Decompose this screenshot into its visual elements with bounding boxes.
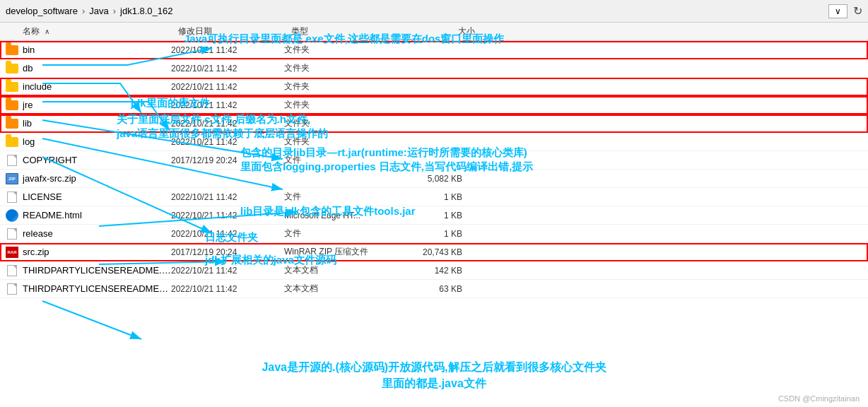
file-date-readme: 2022/10/21 11:42 [171,211,284,220]
file-type-log: 文件夹 [284,136,397,148]
file-name-db: db [23,63,171,73]
file-size-javafx: 5,082 KB [397,174,468,184]
file-type-db: 文件夹 [284,62,397,74]
refresh-button[interactable]: ↻ [853,4,862,18]
file-date-lib: 2022/10/21 11:42 [171,119,284,129]
file-size-readme: 1 KB [397,211,468,220]
breadcrumb-part-3[interactable]: jdk1.8.0_162 [120,6,172,16]
file-name-javafx: javafx-src.zip [23,173,171,184]
col-header-size[interactable]: 大小 [404,25,475,37]
ann-bottom: Java是开源的.(核心源码)开放源代码,解压之后就看到很多核心文件夹 里面的都… [0,360,868,391]
file-size-release: 1 KB [397,229,468,239]
file-name-release: release [23,228,171,239]
file-list: bin 2022/10/21 11:42 文件夹 db 2022/10/21 1… [0,41,868,298]
file-row-thirdparty1[interactable]: THIRDPARTYLICENSEREADME.txt 2022/10/21 1… [0,261,868,280]
file-date-log: 2022/10/21 11:42 [171,137,284,147]
file-date-jre: 2022/10/21 11:42 [171,100,284,110]
file-type-srczip: WinRAR ZIP 压缩文件 [284,246,397,258]
file-icon-thirdparty1 [6,264,18,277]
file-date-db: 2022/10/21 11:42 [171,64,284,73]
ann-bottom-line2: 里面的都是.java文件 [382,377,486,389]
file-name-copyright: COPYRIGHT [23,155,171,165]
folder-icon-include [6,81,18,93]
file-name-jre: jre [23,100,171,110]
file-icon-copyright [6,154,18,167]
file-icon-javafx: ZIP [6,172,18,185]
file-name-thirdparty2: THIRDPARTYLICENSEREADME-JAVAFX.txt [23,283,171,294]
file-row-include[interactable]: include 2022/10/21 11:42 文件夹 [0,78,868,96]
file-row-jre[interactable]: jre 2022/10/21 11:42 文件夹 [0,96,868,114]
file-type-bin: 文件夹 [284,44,397,56]
file-type-copyright: 文件 [284,154,397,166]
file-row-bin[interactable]: bin 2022/10/21 11:42 文件夹 [0,41,868,59]
breadcrumb-part-1[interactable]: develop_software [6,6,78,16]
file-row-javafx[interactable]: ZIP javafx-src.zip 5,082 KB [0,170,868,188]
folder-icon-bin [6,44,18,57]
file-row-lib[interactable]: lib 2022/10/21 11:42 文件夹 [0,114,868,133]
file-icon-readme [6,209,18,222]
watermark: CSDN @Cmingzitainan [778,394,860,403]
file-size-license: 1 KB [397,192,468,202]
folder-icon-log [6,136,18,148]
file-date-copyright: 2017/12/19 20:24 [171,155,284,165]
file-name-readme: README.html [23,210,171,220]
file-name-lib: lib [23,118,171,129]
folder-icon-lib [6,117,18,130]
file-row-srczip[interactable]: RAR src.zip 2017/12/19 20:24 WinRAR ZIP … [0,243,868,261]
folder-icon-jre [6,99,18,112]
file-date-bin: 2022/10/21 11:42 [171,45,284,55]
file-date-srczip: 2017/12/19 20:24 [171,247,284,257]
file-name-bin: bin [23,45,171,55]
dropdown-button[interactable]: ∨ [828,4,848,18]
file-date-include: 2022/10/21 11:42 [171,82,284,92]
file-row-release[interactable]: release 2022/10/21 11:42 文件 1 KB [0,225,868,243]
file-type-jre: 文件夹 [284,99,397,111]
file-type-include: 文件夹 [284,81,397,93]
file-type-thirdparty2: 文本文档 [284,283,397,295]
file-name-license: LICENSE [23,191,171,202]
file-type-license: 文件 [284,191,397,203]
file-date-license: 2022/10/21 11:42 [171,192,284,202]
file-size-srczip: 20,743 KB [397,247,468,257]
col-header-date[interactable]: 修改日期 [178,25,291,37]
breadcrumb-part-2[interactable]: Java [89,6,108,16]
file-size-thirdparty1: 142 KB [397,266,468,276]
file-row-copyright[interactable]: COPYRIGHT 2017/12/19 20:24 文件 [0,151,868,170]
file-size-thirdparty2: 63 KB [397,284,468,294]
file-date-release: 2022/10/21 11:42 [171,229,284,239]
breadcrumb-controls: ∨ ↻ [828,4,862,18]
file-type-thirdparty1: 文本文档 [284,264,397,276]
file-icon-release [6,228,18,240]
folder-icon-db [6,62,18,75]
app-window: develop_software › Java › jdk1.8.0_162 ∨… [0,0,868,298]
file-icon-thirdparty2 [6,283,18,295]
col-header-type[interactable]: 类型 [291,25,404,37]
file-row-readme[interactable]: README.html 2022/10/21 11:42 Microsoft E… [0,206,868,225]
file-date-thirdparty2: 2022/10/21 11:42 [171,284,284,294]
col-header-name[interactable]: 名称 ∧ [23,25,178,37]
file-name-log: log [23,136,171,147]
breadcrumb-sep-1: › [82,6,85,16]
file-name-thirdparty1: THIRDPARTYLICENSEREADME.txt [23,265,171,276]
file-row-log[interactable]: log 2022/10/21 11:42 文件夹 [0,133,868,151]
file-name-include: include [23,81,171,92]
file-row-thirdparty2[interactable]: THIRDPARTYLICENSEREADME-JAVAFX.txt 2022/… [0,280,868,298]
file-date-thirdparty1: 2022/10/21 11:42 [171,266,284,276]
breadcrumb-bar: develop_software › Java › jdk1.8.0_162 ∨… [0,0,868,23]
file-name-srczip: src.zip [23,247,171,257]
breadcrumb-sep-2: › [113,6,116,16]
file-type-release: 文件 [284,228,397,240]
file-row-db[interactable]: db 2022/10/21 11:42 文件夹 [0,59,868,78]
sort-arrow-name: ∧ [45,28,49,35]
file-icon-license [6,191,18,204]
file-icon-srczip: RAR [6,246,18,259]
column-header-row: 名称 ∧ 修改日期 类型 大小 [0,23,868,41]
ann-bottom-line1: Java是开源的.(核心源码)开放源代码,解压之后就看到很多核心文件夹 [262,361,606,373]
file-type-lib: 文件夹 [284,117,397,129]
file-row-license[interactable]: LICENSE 2022/10/21 11:42 文件 1 KB [0,188,868,206]
file-type-readme: Microsoft Edge HT... [284,211,397,220]
